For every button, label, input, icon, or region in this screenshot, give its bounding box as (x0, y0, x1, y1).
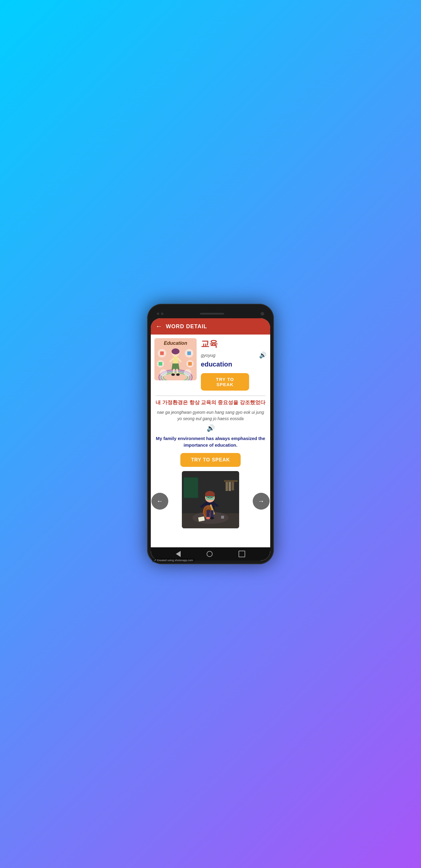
svg-rect-49 (210, 510, 213, 518)
svg-point-18 (160, 369, 167, 376)
word-section: Education (151, 335, 270, 391)
svg-rect-29 (225, 482, 228, 491)
svg-rect-53 (221, 516, 224, 519)
sentence-section: 내 가정환경은 항상 교육의 중요성을 강조했었다 nae ga jeonghw… (151, 399, 270, 531)
svg-text:Education: Education (164, 341, 187, 346)
pronunciation-text: gyoyug (201, 352, 215, 358)
home-nav-icon[interactable] (207, 551, 213, 557)
svg-point-50 (206, 517, 210, 519)
svg-rect-27 (184, 478, 198, 498)
korean-word: 교육 (201, 338, 267, 350)
svg-rect-48 (207, 510, 210, 518)
word-image: Education (154, 338, 197, 380)
phone-device: ← WORD DETAIL (147, 304, 274, 564)
try-speak-button-word[interactable]: TRY TO SPEAK (201, 373, 249, 391)
svg-rect-21 (187, 351, 191, 355)
svg-rect-31 (232, 482, 234, 490)
phone-top-bar (151, 309, 270, 318)
back-button[interactable]: ← (156, 322, 162, 330)
svg-rect-30 (229, 482, 231, 491)
phone-speaker (200, 313, 224, 315)
phone-screen: ← WORD DETAIL (151, 318, 270, 561)
english-sentence: My family environment has always emphasi… (154, 435, 267, 449)
divider (156, 396, 265, 396)
sound-button-sentence[interactable]: 🔊 (154, 424, 267, 432)
scene-container: ← (154, 471, 267, 531)
try-speak-button-sentence[interactable]: TRY TO SPEAK (180, 453, 241, 467)
svg-rect-7 (173, 357, 178, 364)
english-word: education (201, 361, 267, 368)
sound-button-word[interactable]: 🔊 (259, 351, 267, 359)
svg-point-12 (171, 373, 175, 376)
nav-back-button[interactable]: ← (151, 493, 168, 510)
svg-rect-23 (188, 362, 192, 366)
app-header: ← WORD DETAIL (151, 318, 270, 335)
try-speak-wrapper: TRY TO SPEAK (201, 372, 267, 391)
back-nav-icon[interactable] (176, 551, 181, 557)
svg-point-19 (184, 369, 191, 376)
korean-sentence: 내 가정환경은 항상 교육의 중요성을 강조했었다 (154, 399, 267, 406)
nav-forward-button[interactable]: → (253, 493, 270, 510)
svg-point-6 (172, 348, 179, 354)
scene-image (182, 471, 239, 528)
phone-dot-2 (161, 313, 163, 315)
svg-rect-28 (224, 480, 238, 482)
page-title: WORD DETAIL (166, 323, 207, 330)
svg-rect-22 (159, 362, 162, 366)
phone-camera (261, 312, 264, 315)
content-area: Education (151, 335, 270, 547)
recents-nav-icon[interactable] (239, 551, 245, 557)
svg-point-13 (176, 373, 180, 376)
phone-notch (157, 313, 163, 315)
watermark: ↗ Created using shotsnapp.com (152, 558, 195, 562)
svg-point-51 (210, 517, 214, 519)
romanization-text: nae ga jeonghwan gyeom eun hang sang gyo… (154, 409, 267, 422)
phone-dot-1 (157, 313, 159, 315)
pronunciation-row: gyoyug 🔊 (201, 351, 267, 359)
word-info: 교육 gyoyug 🔊 education TRY TO SPEAK (201, 338, 267, 391)
svg-rect-20 (160, 351, 164, 355)
